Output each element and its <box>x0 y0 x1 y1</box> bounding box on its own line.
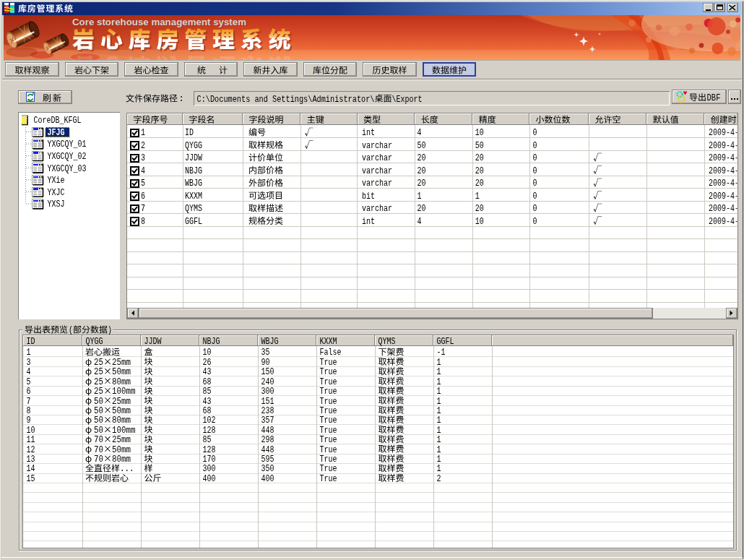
svg-text:True: True <box>320 455 337 465</box>
svg-text:1: 1 <box>437 358 441 368</box>
svg-text:4: 4 <box>27 367 31 377</box>
svg-text:QYMS: QYMS <box>379 337 396 347</box>
svg-text:0: 0 <box>533 217 537 227</box>
svg-text:68: 68 <box>203 377 212 387</box>
svg-text:100mm: 100mm <box>112 426 136 436</box>
svg-text:varchar: varchar <box>362 204 392 214</box>
svg-text:varchar: varchar <box>362 166 392 176</box>
svg-text:YXGCQY_01: YXGCQY_01 <box>48 139 87 150</box>
svg-text:GGFL: GGFL <box>185 217 202 227</box>
svg-text:YXie: YXie <box>48 176 65 186</box>
svg-text:Core storehouse management sys: Core storehouse management system <box>72 17 246 27</box>
svg-text:0: 0 <box>533 166 537 176</box>
svg-text:YXJC: YXJC <box>48 188 65 198</box>
svg-text:20: 20 <box>418 153 426 163</box>
svg-text:2009-4-: 2009-4- <box>709 178 739 189</box>
svg-text:varchar: varchar <box>362 141 392 151</box>
svg-text:DBF: DBF <box>707 93 721 103</box>
svg-text:1: 1 <box>437 377 441 387</box>
svg-text:True: True <box>320 435 337 445</box>
svg-text:300: 300 <box>261 387 274 397</box>
svg-text:50: 50 <box>475 141 484 151</box>
svg-text:100mm: 100mm <box>112 387 136 397</box>
svg-text:4: 4 <box>141 166 145 176</box>
svg-text:357: 357 <box>261 415 274 426</box>
svg-text:85: 85 <box>203 387 212 397</box>
svg-text:1: 1 <box>437 426 441 436</box>
svg-text:True: True <box>320 387 337 397</box>
svg-text:2009-4-: 2009-4- <box>709 166 739 176</box>
svg-text:50mm: 50mm <box>112 406 131 416</box>
svg-text:1: 1 <box>437 387 441 397</box>
svg-text:14: 14 <box>27 464 35 474</box>
svg-text:True: True <box>320 445 337 455</box>
svg-text:-1: -1 <box>437 348 446 358</box>
svg-text:KXXM: KXXM <box>320 337 337 347</box>
svg-text:150: 150 <box>261 367 274 377</box>
svg-text:298: 298 <box>261 435 274 445</box>
svg-text:YXSJ: YXSJ <box>48 199 65 210</box>
svg-text:True: True <box>320 415 337 426</box>
svg-text:80mm: 80mm <box>112 455 131 465</box>
svg-text:True: True <box>320 367 337 377</box>
svg-text:QYGG: QYGG <box>185 141 202 151</box>
svg-text:ID: ID <box>185 128 194 138</box>
svg-text:43: 43 <box>203 367 212 377</box>
svg-text:595: 595 <box>261 455 274 465</box>
svg-text:False: False <box>320 348 342 358</box>
svg-text:0: 0 <box>533 191 537 202</box>
svg-text:2009-4-: 2009-4- <box>709 141 739 151</box>
svg-text:15: 15 <box>27 474 35 484</box>
svg-text:(: ( <box>69 325 73 335</box>
svg-text:102: 102 <box>203 415 216 426</box>
svg-text:10: 10 <box>475 217 484 227</box>
svg-text:80mm: 80mm <box>112 415 131 426</box>
svg-text:YXGCQY_03: YXGCQY_03 <box>48 164 87 174</box>
svg-text:True: True <box>320 464 337 474</box>
svg-text:4: 4 <box>418 128 422 138</box>
svg-text:varchar: varchar <box>362 178 392 189</box>
svg-text:85: 85 <box>203 435 212 445</box>
svg-text:True: True <box>320 358 337 368</box>
svg-text:13: 13 <box>27 455 35 465</box>
svg-text:0: 0 <box>533 141 537 151</box>
svg-text:JJDW: JJDW <box>144 337 163 347</box>
svg-text:7: 7 <box>27 397 31 407</box>
svg-text:0: 0 <box>533 204 537 214</box>
svg-text:350: 350 <box>261 464 274 474</box>
svg-text:43: 43 <box>203 397 212 407</box>
svg-text:2009-4-: 2009-4- <box>709 128 739 138</box>
svg-text:170: 170 <box>203 455 216 465</box>
svg-text:6: 6 <box>141 191 145 202</box>
svg-text:1: 1 <box>437 367 441 377</box>
svg-text:20: 20 <box>418 178 426 189</box>
svg-text:7: 7 <box>141 204 145 214</box>
svg-text:90: 90 <box>261 358 270 368</box>
svg-text:50: 50 <box>94 406 103 416</box>
svg-text:1: 1 <box>141 128 145 138</box>
svg-text:5: 5 <box>27 377 31 387</box>
svg-text:bit: bit <box>362 191 375 202</box>
svg-text:50: 50 <box>94 415 103 426</box>
svg-text::: : <box>179 94 184 104</box>
svg-text:JJDW: JJDW <box>185 153 203 163</box>
svg-text:YXGCQY_02: YXGCQY_02 <box>48 152 87 162</box>
svg-text:20: 20 <box>475 166 484 176</box>
svg-text:3: 3 <box>141 153 145 163</box>
svg-text:...: ... <box>120 464 134 474</box>
svg-text:68: 68 <box>203 406 212 416</box>
svg-text:50: 50 <box>418 141 426 151</box>
svg-text:ID: ID <box>27 337 35 347</box>
svg-text:1: 1 <box>437 397 441 407</box>
svg-text:400: 400 <box>203 474 216 484</box>
svg-text:NBJG: NBJG <box>203 337 220 347</box>
svg-text:\Export: \Export <box>392 95 423 105</box>
svg-text:C:\Documents and Settings\Admi: C:\Documents and Settings\Administrator\ <box>197 95 375 105</box>
svg-text:NBJG: NBJG <box>185 166 202 176</box>
svg-text:25: 25 <box>94 358 103 368</box>
svg-text:1: 1 <box>437 415 441 426</box>
svg-text:2009-4-: 2009-4- <box>709 153 739 163</box>
svg-text:0: 0 <box>533 178 537 189</box>
svg-text:128: 128 <box>203 445 216 455</box>
svg-text:1: 1 <box>437 445 441 455</box>
